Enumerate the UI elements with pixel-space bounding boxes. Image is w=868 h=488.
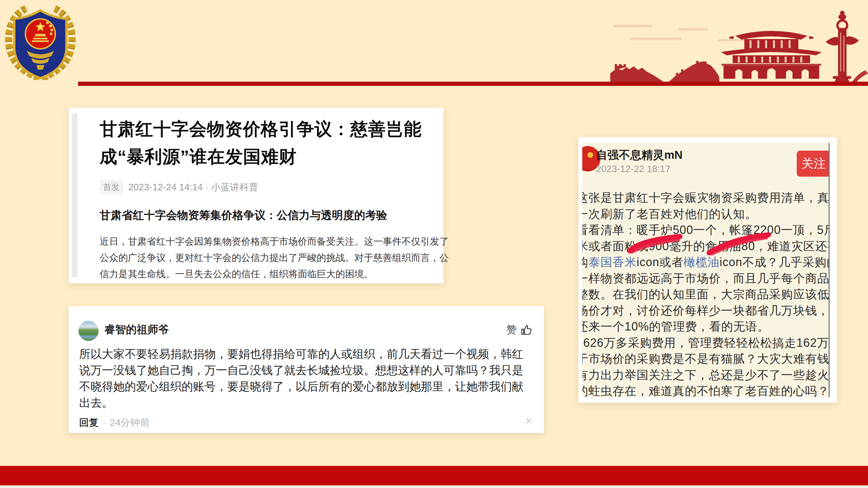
post-card: 自强不息精灵mN 2023-12-22 18:17 关注 这张是甘肃红十字会赈灾… xyxy=(578,137,837,403)
post-text-line: 有力出力举国关注之下，总还是少不了一些趁火打劫 xyxy=(582,367,830,383)
post-text-line: 购泰国香米icon或者橄榄油icon不成？几乎采购的每 xyxy=(582,254,830,270)
post-text-line: 还来一个10%的管理费，看的无语。 xyxy=(582,319,769,335)
post-text-line: 整数。在我们的认知里面，大宗商品采购应该低于市 xyxy=(582,287,830,302)
article-scrollbar[interactable] xyxy=(72,114,78,277)
commenter-avatar xyxy=(79,321,99,341)
thumbs-up-icon xyxy=(520,324,532,336)
police-emblem-graphic xyxy=(3,1,78,80)
post-text-line: 的蛀虫存在，难道真的不怕寒了老百姓的心吗？ xyxy=(582,383,829,397)
landmarks-decoration xyxy=(610,6,868,83)
follow-button[interactable]: 关注 xyxy=(797,151,830,177)
header-divider-line xyxy=(78,82,868,86)
like-label: 赞 xyxy=(506,323,517,337)
post-text-line: 米或者面粉或900毫升的食用油80，难道灾区还要采 xyxy=(582,238,830,254)
footer-red-bar xyxy=(0,466,868,485)
article-title-line1: 甘肃红十字会物资价格引争议：慈善岂能 xyxy=(100,118,422,141)
post-text-line: 一样物资都远远高于市场价，而且几乎每个商品都是 xyxy=(582,271,830,287)
link-thai-rice[interactable]: 泰国香米 xyxy=(588,255,637,269)
article-card: 甘肃红十字会物资价格引争议：慈善岂能 成“暴利源”谁在发国难财 首发 2023-… xyxy=(69,108,443,283)
article-paragraph-line: 近日，甘肃省红十字会因筹集物资价格高于市场价而备受关注。这一事件不仅引发了 xyxy=(100,235,449,248)
link-olive-oil[interactable]: 橄榄油 xyxy=(683,255,720,269)
post-screenshot: 自强不息精灵mN 2023-12-22 18:17 关注 这张是甘肃红十字会赈灾… xyxy=(582,143,830,397)
post-text-segment: icon或者 xyxy=(637,255,683,269)
article-meta: 首发 2023-12-24 14:14 · 小蓝讲科普 xyxy=(100,180,258,195)
comment-timestamp: 24分钟前 xyxy=(110,416,150,429)
post-text-line: 场价才对，讨价还价每样少一块都省几万块钱，最后 xyxy=(582,303,830,319)
police-emblem xyxy=(3,1,78,80)
post-text-segment: 购 xyxy=(582,255,588,269)
comment-text-line: 所以大家不要轻易捐款捐物，要娟也得捐给可靠的人或组织，前几天看过一个视频，韩红 xyxy=(79,347,523,362)
post-text-line: 一次刷新了老百姓对他们的认知。 xyxy=(582,206,757,222)
like-button[interactable]: 赞 xyxy=(506,323,532,337)
article-title-line2: 成“暴利源”谁在发国难财 xyxy=(100,145,297,169)
article-subtitle: 甘肃省红十字会物资筹集价格争议：公信力与透明度的考验 xyxy=(100,208,387,223)
article-paragraph-line: 信力是其生命线。一旦失去公众的信任，组织将面临巨大的困境。 xyxy=(100,268,373,281)
comment-text-line: 出去。 xyxy=(79,395,113,411)
close-icon[interactable]: × xyxy=(525,414,532,428)
comment-footer: 回复 · 24分钟前 xyxy=(79,416,150,429)
comment-text-line: 不晓得她的爱心组织的账号，要是晓得了，以后所有的爱心都放到她那里，让她带我们献 xyxy=(79,379,523,394)
post-text-segment: icon不成？几乎采购的每 xyxy=(720,255,830,269)
poster-username: 自强不息精灵mN xyxy=(596,148,682,163)
post-text-line: 看看清单：暖手炉500一个，帐篷2200一顶，5斤大 xyxy=(582,222,830,238)
landmarks-graphic xyxy=(610,6,868,83)
article-paragraph-line: 公众的广泛争议，更对红十字会的公信力提出了严峻的挑战。对于慈善组织而言，公 xyxy=(100,252,449,264)
post-text-line: 这张是甘肃红十字会赈灾物资采购费用清单，真的又 xyxy=(582,190,830,206)
article-date-author: 2023-12-24 14:14 · 小蓝讲科普 xyxy=(128,181,258,194)
commenter-username: 睿智的祖师爷 xyxy=(104,322,169,337)
comment-card: 睿智的祖师爷 赞 所以大家不要轻易捐款捐物，要娟也得捐给可靠的人或组织，前几天看… xyxy=(69,306,544,433)
post-text-line: 于市场价的采购费是不是有猫腻？大灾大难有钱出钱 xyxy=(582,351,830,367)
first-publish-badge: 首发 xyxy=(100,180,123,195)
dot-separator: · xyxy=(102,417,106,428)
post-text-line: 1626万多采购费用，管理费轻轻松松搞走162万，高 xyxy=(582,335,830,351)
comment-text-line: 说万一没钱了她自己掏，万一自己没钱了就去长城捡垃圾。想想这样的人可靠吗？我只是 xyxy=(79,363,523,378)
footer-light-strip xyxy=(0,485,868,488)
reply-button[interactable]: 回复 xyxy=(79,416,99,429)
post-datetime: 2023-12-22 18:17 xyxy=(596,164,671,174)
